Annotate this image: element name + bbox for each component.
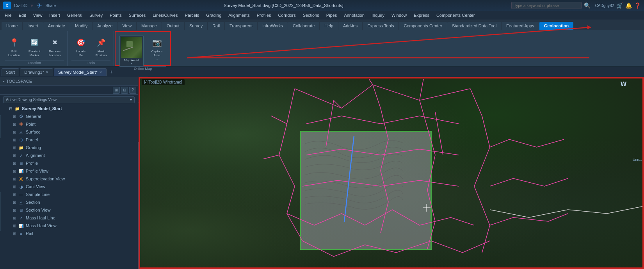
- locate-me-button[interactable]: 🎯 LocateMe: [71, 35, 90, 58]
- tree-item-mass-haul-line[interactable]: ⊞ ↗ Mass Haul Line: [0, 214, 138, 222]
- ribbon-tab-view[interactable]: View: [117, 22, 136, 30]
- capture-area-button[interactable]: 📷 CaptureArea ▾: [148, 35, 166, 62]
- menu-item-file[interactable]: File: [2, 12, 15, 18]
- ribbon-tab-expresstools[interactable]: Express Tools: [363, 22, 398, 30]
- ribbon-tab-featuredapps[interactable]: Featured Apps: [502, 22, 539, 30]
- search-input[interactable]: [511, 2, 582, 9]
- tree-general-expander[interactable]: ⊞: [12, 114, 17, 119]
- tree-profile-view-expander[interactable]: ⊞: [12, 168, 17, 174]
- tree-profile-expander[interactable]: ⊞: [12, 160, 17, 166]
- tree-alignment-expander[interactable]: ⊞: [12, 153, 17, 158]
- tree-item-section[interactable]: ⊞ △ Section: [0, 198, 138, 206]
- cart-icon[interactable]: 🛒: [616, 2, 623, 9]
- search-icon[interactable]: 🔍: [584, 2, 591, 9]
- doc-tab-close-survey-model[interactable]: ✕: [99, 70, 102, 74]
- tree-item-profile[interactable]: ⊞ ⊟ Profile: [0, 159, 138, 167]
- help-icon[interactable]: ❓: [634, 2, 641, 9]
- tree-item-alignment[interactable]: ⊞ ↗ Alignment: [0, 151, 138, 159]
- reorient-marker-button[interactable]: 🔄 ReorientMarker: [25, 35, 44, 58]
- ribbon-tab-survey[interactable]: Survey: [185, 22, 207, 30]
- tree-item-sample-line[interactable]: ⊞ — Sample Line: [0, 191, 138, 198]
- doc-tab-start[interactable]: Start: [2, 68, 19, 76]
- menu-item-pipes[interactable]: Pipes: [323, 12, 340, 18]
- ribbon-tab-standardizeddatatool[interactable]: Standardized Data Tool: [447, 22, 501, 30]
- map-aerial-button[interactable]: Map Aerial ▾: [119, 35, 144, 66]
- ribbon-tab-componentscenter[interactable]: Components Center: [399, 22, 447, 30]
- tree-item-section-view[interactable]: ⊞ ⊟ Section View: [0, 206, 138, 214]
- doc-tab-drawing1[interactable]: Drawing1*✕: [20, 68, 53, 76]
- menu-item-survey[interactable]: Survey: [86, 12, 106, 18]
- ribbon-tab-infraworks[interactable]: InfraWorks: [258, 22, 288, 30]
- tree-rail-expander[interactable]: ⊞: [12, 231, 17, 236]
- tree-superelevation-expander[interactable]: ⊞: [12, 176, 17, 182]
- tree-item-surface[interactable]: ⊞ △ Surface: [0, 128, 138, 136]
- menu-item-express[interactable]: Express: [411, 12, 432, 18]
- tree-item-grading[interactable]: ⊞ 📁 Grading: [0, 144, 138, 151]
- menu-item-profiles[interactable]: Profiles: [254, 12, 274, 18]
- doc-tab-survey-model[interactable]: Survey Model_Start*✕: [54, 68, 107, 76]
- ribbon-tab-rail[interactable]: Rail: [208, 22, 224, 30]
- menu-item-alignments[interactable]: Alignments: [225, 12, 253, 18]
- tree-sample-expander[interactable]: ⊞: [12, 192, 17, 197]
- tree-parcel-expander[interactable]: ⊞: [12, 137, 17, 143]
- menu-item-grading[interactable]: Grading: [203, 12, 224, 18]
- map-canvas[interactable]: [-][Top][2D Wireframe] W Unn...: [139, 77, 644, 269]
- tree-cant-expander[interactable]: ⊞: [12, 184, 17, 189]
- menu-item-annotation[interactable]: Annotation: [341, 12, 368, 18]
- mark-position-button[interactable]: 📌 MarkPosition: [92, 35, 110, 58]
- ribbon-tab-modify[interactable]: Modify: [70, 22, 92, 30]
- tree-surface-expander[interactable]: ⊞: [12, 129, 17, 135]
- menu-item-points[interactable]: Points: [107, 12, 125, 18]
- ribbon-tab-output[interactable]: Output: [162, 22, 184, 30]
- menu-item-view[interactable]: View: [30, 12, 46, 18]
- ribbon-tab-geolocation[interactable]: Geolocation: [539, 22, 574, 30]
- doc-tab-add-button[interactable]: +: [107, 68, 115, 76]
- tree-root[interactable]: ⊟ 📁 Survey Model_Start: [0, 105, 138, 112]
- menu-item-components-center[interactable]: Components Center: [433, 12, 478, 18]
- tree-item-point[interactable]: ⊞ ✚ Point: [0, 120, 138, 128]
- tree-item-mass-haul-view[interactable]: ⊞ 📊 Mass Haul View: [0, 222, 138, 230]
- menu-item-surfaces[interactable]: Surfaces: [126, 12, 149, 18]
- tree-masshaul-expander[interactable]: ⊞: [12, 215, 17, 221]
- menu-item-corridors[interactable]: Corridors: [275, 12, 299, 18]
- menu-item-parcels[interactable]: Parcels: [181, 12, 202, 18]
- toolspace-btn-3[interactable]: ?: [129, 87, 136, 94]
- settings-dropdown[interactable]: Active Drawing Settings View ▾: [3, 96, 135, 103]
- ribbon-tab-insert[interactable]: Insert: [23, 22, 43, 30]
- tree-container[interactable]: ⊟ 📁 Survey Model_Start ⊞ ⚙ General ⊞ ✚ P…: [0, 105, 138, 269]
- tree-masshaul-view-expander[interactable]: ⊞: [12, 223, 17, 228]
- tree-section-view-expander[interactable]: ⊞: [12, 207, 17, 213]
- tree-grading-expander[interactable]: ⊞: [12, 145, 17, 150]
- external-references-tab[interactable]: External References: [0, 192, 1, 231]
- toolspace-btn-1[interactable]: ⊞: [113, 87, 120, 94]
- ribbon-tab-help[interactable]: Help: [320, 22, 338, 30]
- tree-section-expander[interactable]: ⊞: [12, 200, 17, 205]
- ribbon-tab-analyze[interactable]: Analyze: [93, 22, 117, 30]
- doc-tab-close-drawing1[interactable]: ✕: [46, 70, 49, 74]
- edit-location-button[interactable]: 📍 EditLocation: [5, 35, 23, 58]
- toolspace-btn-2[interactable]: ⊟: [121, 87, 128, 94]
- remove-location-button[interactable]: ✖ RemoveLocation: [45, 35, 64, 58]
- ribbon-tab-transparent[interactable]: Transparent: [225, 22, 257, 30]
- ribbon-tab-home[interactable]: Home: [2, 22, 22, 30]
- menu-item-edit[interactable]: Edit: [16, 12, 29, 18]
- bell-icon[interactable]: 🔔: [625, 2, 632, 9]
- menu-item-window[interactable]: Window: [388, 12, 410, 18]
- tree-item-parcel[interactable]: ⊞ ⬡ Parcel: [0, 136, 138, 144]
- tree-item-rail[interactable]: ⊞ ≡ Rail: [0, 230, 138, 237]
- properties-tab[interactable]: Properties: [0, 115, 1, 138]
- tree-item-superelevation-view[interactable]: ⊞ 🔆 Superelevation View: [0, 175, 138, 183]
- tree-root-expander[interactable]: ⊟: [8, 106, 13, 111]
- ribbon-tab-collaborate[interactable]: Collaborate: [288, 22, 319, 30]
- ribbon-tab-annotate[interactable]: Annotate: [43, 22, 70, 30]
- menu-item-inquiry[interactable]: Inquiry: [368, 12, 388, 18]
- menu-item-sections[interactable]: Sections: [300, 12, 322, 18]
- menu-item-lines-curves[interactable]: Lines/Curves: [149, 12, 181, 18]
- menu-item-insert[interactable]: Insert: [46, 12, 63, 18]
- tree-item-general[interactable]: ⊞ ⚙ General: [0, 112, 138, 120]
- ribbon-tab-addins[interactable]: Add-ins: [338, 22, 362, 30]
- tree-point-expander[interactable]: ⊞: [12, 121, 17, 127]
- tree-item-profile-view[interactable]: ⊞ 📊 Profile View: [0, 167, 138, 175]
- tree-item-cant-view[interactable]: ⊞ ◑ Cant View: [0, 183, 138, 191]
- menu-item-general[interactable]: General: [64, 12, 85, 18]
